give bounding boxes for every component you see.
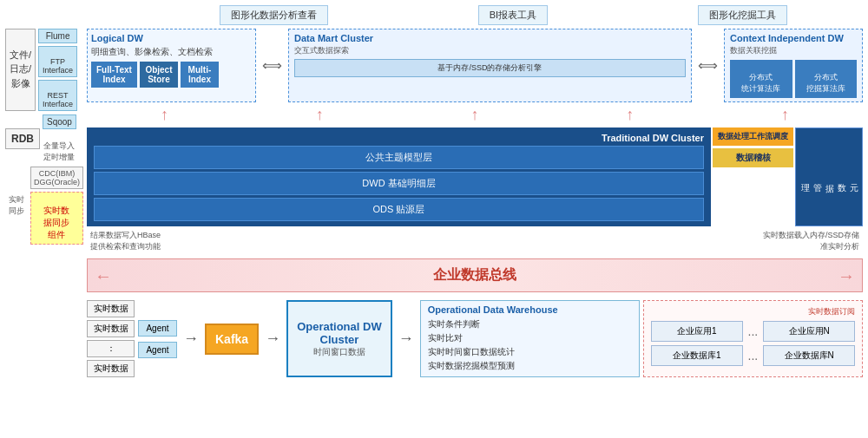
rdb-box: RDB: [5, 128, 40, 149]
sqoop-note: 全量导入 定时增量: [43, 132, 76, 163]
object-store-box: Object Store: [140, 62, 178, 88]
enterprise-bus: ← 企业数据总线 →: [87, 258, 863, 292]
bottom-area: 实时数据 实时数据 ： 实时数据 Agent: [87, 300, 863, 377]
annotation-row: 结果数据写入HBase 提供检索和查询功能 实时数据载入内存/SSD存储 准实时…: [87, 229, 863, 253]
agent-box-1: Agent: [138, 320, 177, 337]
annotation-left: 结果数据写入HBase 提供检索和查询功能: [90, 230, 161, 252]
dist-stat-box: 分布式 统计算法库: [730, 60, 792, 98]
operational-data-warehouse: Operational Data Warehouse 实时条件判断实时比对实时时…: [420, 300, 640, 377]
multi-index-box: Multi- Index: [181, 62, 219, 88]
op-item: 实时比对: [428, 331, 632, 345]
rt-data-3: ：: [87, 340, 135, 357]
context-dw: Context Independent DW 数据关联挖掘 分布式 统计算法库 …: [724, 29, 863, 102]
app-item-n: 企业应用N: [763, 321, 855, 342]
flume-connector: Flume: [38, 29, 77, 43]
logical-dw-title: Logical DW: [91, 33, 252, 43]
realtime-sync-component: 实时数 据同步 组件: [30, 192, 83, 245]
app-grid: 企业应用1 ... 企业应用N 企业数据库1 ...: [651, 321, 855, 366]
center-main-area: Logical DW 明细查询、影像检索、文档检索 Full-Text Inde…: [87, 29, 863, 377]
data-mart-subtitle: 交互式数据探索: [294, 45, 686, 56]
op-warehouse-title: Operational Data Warehouse: [428, 304, 632, 315]
main-container: 图形化数据分析查看 BI报表工具 图形化挖掘工具 文件/ 日志/ 影像 Flum…: [0, 0, 868, 438]
sqoop-connector: Sqoop: [43, 114, 76, 129]
op-dw-title: Operational DW Cluster: [297, 307, 382, 346]
realtime-data-group: 实时数据 实时数据 ： 实时数据: [87, 300, 135, 377]
data-mart-title: Data Mart Cluster: [294, 33, 686, 43]
db-item-1: 企业数据库1: [651, 345, 743, 366]
meta-mgmt-panel: 元 数 据 管 理: [795, 127, 863, 226]
enterprise-db-row: 企业数据库1 ... 企业数据库N: [651, 345, 855, 366]
top-label-mining: 图形化挖掘工具: [698, 5, 787, 25]
arrow-up-1: ↑: [161, 106, 168, 124]
arrow-kafka-opdw: →: [262, 300, 283, 377]
arrow-up-2: ↑: [316, 106, 324, 124]
op-dw-subtitle: 时间窗口数据: [297, 346, 382, 358]
arrow-datamart-context: ⟺: [694, 29, 721, 102]
op-dw-cluster: Operational DW Cluster 时间窗口数据: [286, 300, 392, 377]
context-dw-title: Context Independent DW: [730, 33, 857, 43]
traditional-dw-main: Traditional DW Cluster 公共主题模型层 DWD 基础明细层…: [87, 127, 711, 226]
enterprise-app-row: 企业应用1 ... 企业应用N: [651, 321, 855, 342]
logical-dw-subtitle: 明细查询、影像检索、文档检索: [91, 46, 252, 58]
connector-group: Flume FTP Interface REST Interface: [38, 29, 77, 111]
enterprise-apps: 实时数据订阅 企业应用1 ... 企业应用N: [643, 300, 863, 377]
op-item: 实时条件判断: [428, 317, 632, 331]
dist-mine-box: 分布式 挖掘算法库: [795, 60, 858, 98]
data-mart-cluster: Data Mart Cluster 交互式数据探索 基于内存/SSD的存储分析引…: [288, 29, 692, 102]
traditional-dw-side: 数据处理工作流调度 数据稽核: [713, 127, 793, 226]
context-dw-subtitle: 数据关联挖掘: [730, 45, 857, 56]
file-box: 文件/ 日志/ 影像: [5, 29, 36, 111]
data-nucleus-box: 数据稽核: [713, 148, 793, 167]
arrow-up-4: ↑: [626, 106, 634, 124]
rt-subscribe-label: 实时数据订阅: [651, 306, 855, 317]
arrow-up-3: ↑: [470, 106, 478, 124]
left-sidebar: 文件/ 日志/ 影像 Flume FTP Interface REST Inte…: [5, 29, 83, 377]
app-dots-1: ...: [748, 324, 759, 338]
content-area: 文件/ 日志/ 影像 Flume FTP Interface REST Inte…: [5, 29, 863, 377]
arrow-opdw-warehouse: →: [396, 300, 417, 377]
trad-layer-topic: 公共主题模型层: [94, 146, 704, 169]
op-item: 实时时间窗口数据统计: [428, 345, 632, 359]
agent-box-2: Agent: [138, 342, 177, 358]
rt-data-2: 实时数据: [87, 320, 135, 337]
rt-data-4: 实时数据: [87, 360, 135, 377]
full-text-index-box: Full-Text Index: [91, 62, 137, 88]
trad-layer-dwd: DWD 基础明细层: [94, 172, 704, 195]
op-item: 实时数据挖掘模型预测: [428, 359, 632, 373]
annotation-right: 实时数据载入内存/SSD存储 准实时分析: [763, 230, 859, 252]
rest-connector: REST Interface: [38, 80, 77, 111]
db-dots: ...: [748, 349, 759, 363]
trad-layer-ods: ODS 贴源层: [94, 198, 704, 221]
db-item-n: 企业数据库N: [763, 345, 855, 366]
kafka-box: Kafka: [205, 324, 259, 355]
dist-algo-boxes: 分布式 统计算法库 分布式 挖掘算法库: [730, 60, 857, 98]
top-labels: 图形化数据分析查看 BI报表工具 图形化挖掘工具: [144, 5, 863, 25]
cdc-label: CDC(IBM) DGG(Oracle): [30, 167, 83, 189]
index-boxes: Full-Text Index Object Store Multi- Inde…: [91, 62, 252, 88]
arrow-up-5: ↑: [781, 106, 789, 124]
up-arrows-row: ↑ ↑ ↑ ↑ ↑: [87, 105, 863, 125]
ssd-storage-note: 基于内存/SSD的存储分析引擎: [294, 59, 686, 77]
process-sched-box: 数据处理工作流调度: [713, 127, 793, 146]
app-item-1: 企业应用1: [651, 321, 743, 342]
top-label-analytics: 图形化数据分析查看: [220, 5, 328, 25]
agent-boxes: Agent Agent: [138, 300, 177, 377]
arrow-logical-datamart: ⟺: [259, 29, 286, 102]
top-label-bi: BI报表工具: [478, 5, 548, 25]
top-clusters-row: Logical DW 明细查询、影像检索、文档检索 Full-Text Inde…: [87, 29, 863, 102]
bus-arrow-left-icon: ←: [95, 265, 112, 285]
rt-data-1: 实时数据: [87, 300, 135, 317]
traditional-dw-row: Traditional DW Cluster 公共主题模型层 DWD 基础明细层…: [87, 127, 863, 226]
ftp-connector: FTP Interface: [38, 46, 77, 77]
op-warehouse-items: 实时条件判断实时比对实时时间窗口数据统计实时数据挖掘模型预测: [428, 317, 632, 373]
logical-dw: Logical DW 明细查询、影像检索、文档检索 Full-Text Inde…: [87, 29, 256, 102]
bus-arrow-right-icon: →: [838, 265, 855, 285]
sync-label: 实时同步: [5, 194, 28, 217]
enterprise-bus-label: 企业数据总线: [433, 267, 516, 282]
traditional-dw-title: Traditional DW Cluster: [94, 133, 704, 143]
arrow-to-kafka: →: [181, 300, 201, 377]
